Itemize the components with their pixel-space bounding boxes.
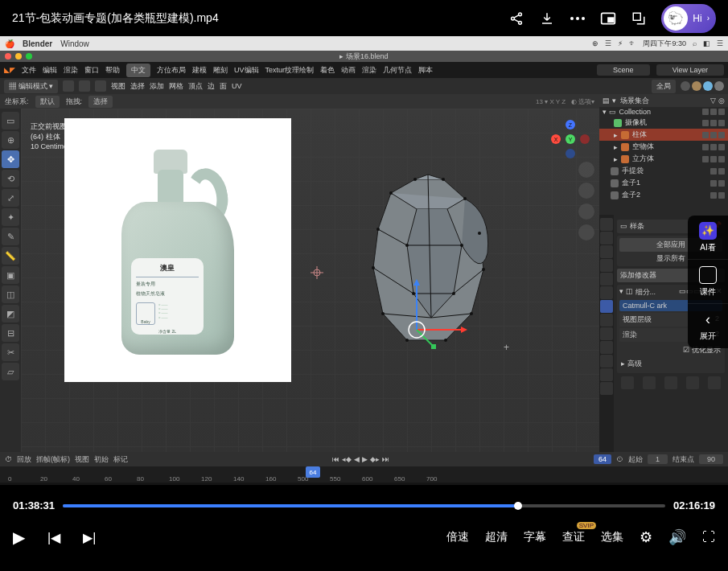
tray-icon[interactable]: ◧ (703, 39, 710, 47)
vh-menu[interactable]: 边 (208, 81, 215, 92)
outliner-collection[interactable]: ▾ ▭Collection (599, 107, 728, 117)
wifi-icon[interactable]: ᯤ (629, 39, 636, 47)
tool-poly-icon[interactable]: ▱ (2, 363, 19, 380)
prop-tab-view-icon[interactable] (600, 245, 613, 258)
topbar-menu[interactable]: 编辑 (43, 65, 57, 76)
play-forward-icon[interactable]: ▶ (362, 455, 368, 463)
window-mode-icon[interactable] (631, 10, 647, 27)
float-ai-watch[interactable]: ✨AI看 (688, 216, 728, 260)
jump-start-icon[interactable]: ⏮ (332, 455, 339, 463)
prop-tab-object-icon[interactable] (600, 286, 613, 299)
tray-icon[interactable]: ⊕ (592, 39, 598, 47)
shade-wire-icon[interactable] (681, 81, 690, 91)
vh-menu[interactable]: 面 (220, 81, 227, 92)
volume-icon[interactable]: 🔊 (668, 528, 686, 546)
orient-value[interactable]: 默认 (35, 96, 60, 108)
select-mode-vertex[interactable] (63, 80, 74, 92)
end-frame[interactable]: 90 (699, 454, 723, 464)
more-icon[interactable] (570, 10, 586, 27)
float-expand[interactable]: ‹展开 (688, 304, 728, 348)
mac-menu-window[interactable]: Window (60, 39, 89, 48)
prop-tab-texture-icon[interactable] (600, 382, 613, 395)
tool-extrude-icon[interactable]: ▣ (2, 266, 19, 284)
tray-icon[interactable]: ⌕ (693, 39, 697, 47)
check-button[interactable]: 查证SVIP (562, 530, 585, 544)
tool-annotate-icon[interactable]: ✎ (2, 228, 19, 245)
prop-tab-particles-icon[interactable] (600, 314, 613, 327)
user-avatar-badge[interactable]: 🐑 Hi › (661, 4, 716, 33)
zoom-icon[interactable] (578, 162, 594, 178)
tl-menu[interactable]: 抓帧(帧标) (36, 454, 70, 465)
viewlayer-selector[interactable]: View Layer (656, 64, 724, 76)
workspace-tab[interactable]: 建模 (192, 65, 207, 76)
nav-gizmo[interactable]: Z X Y (553, 121, 588, 157)
maximize-window-icon[interactable] (26, 53, 32, 60)
keyframe-prev-icon[interactable]: ◂◆ (342, 455, 352, 463)
jump-end-icon[interactable]: ⏭ (382, 455, 389, 463)
tool-move-icon[interactable]: ✥ (2, 150, 19, 168)
outliner-item[interactable]: 盒子2 (599, 189, 728, 201)
outliner-item[interactable]: ▸空物体 (599, 141, 728, 153)
tool-knife-icon[interactable]: ✂ (2, 343, 19, 361)
prop-tab-modifier-icon[interactable] (600, 300, 613, 313)
workspace-tab[interactable]: 动画 (341, 65, 356, 76)
quality-button[interactable]: 超清 (485, 530, 508, 544)
drag-value[interactable]: 选择 (88, 96, 113, 108)
lang-selector[interactable]: 中文 (126, 64, 150, 77)
tool-rotate-icon[interactable]: ⟲ (2, 170, 19, 187)
episodes-button[interactable]: 选集 (601, 530, 623, 544)
tool-cursor-icon[interactable]: ⊕ (2, 131, 19, 149)
tool-select-icon[interactable]: ▭ (2, 112, 19, 129)
outliner-item[interactable]: ▸立方体 (599, 153, 728, 165)
prop-tab-render-icon[interactable] (600, 218, 613, 231)
download-icon[interactable] (539, 10, 555, 27)
camera-view-icon[interactable] (578, 203, 594, 220)
tl-menu[interactable]: 标记 (113, 454, 128, 465)
topbar-menu[interactable]: 渲染 (64, 65, 78, 76)
minimize-window-icon[interactable] (15, 53, 22, 60)
settings-icon[interactable]: ⚙ (640, 528, 652, 546)
prop-tab-material-icon[interactable] (600, 368, 613, 381)
timeline-ruler[interactable]: 64 020406080100120140160500550600650700 (0, 466, 728, 483)
outliner-item-selected[interactable]: ▸柱体 (599, 129, 728, 141)
outliner-item[interactable]: 手提袋 (599, 165, 728, 177)
prop-tab-physics-icon[interactable] (600, 327, 613, 340)
workspace-tab[interactable]: 着色 (320, 65, 335, 76)
scene-selector[interactable]: Scene (597, 64, 650, 76)
tl-menu[interactable]: 初始 (94, 454, 109, 465)
pan-icon[interactable] (578, 183, 594, 199)
next-track-icon[interactable]: ▶| (83, 530, 96, 545)
mac-app-name[interactable]: Blender (23, 39, 52, 48)
topbar-menu[interactable]: 窗口 (84, 65, 99, 76)
close-window-icon[interactable] (5, 53, 11, 60)
vh-menu[interactable]: 添加 (150, 81, 164, 92)
select-mode-edge[interactable] (79, 80, 90, 92)
vh-menu[interactable]: UV (232, 82, 242, 90)
prop-tab-scene-icon[interactable] (600, 259, 613, 272)
keyframe-next-icon[interactable]: ◆▸ (370, 455, 380, 463)
share-icon[interactable] (508, 10, 524, 27)
select-mode-face[interactable] (95, 80, 106, 92)
workspace-tab[interactable]: 渲染 (362, 65, 376, 76)
tray-icon[interactable]: ☰ (717, 39, 723, 47)
float-courseware[interactable]: 课件 (688, 260, 728, 304)
tool-measure-icon[interactable]: 📏 (2, 247, 19, 265)
workspace-tab[interactable]: 脚本 (418, 65, 433, 76)
playhead[interactable]: 64 (306, 466, 320, 478)
workspace-tab[interactable]: 雕刻 (213, 65, 228, 76)
prev-track-icon[interactable]: |◀ (47, 530, 60, 545)
tool-loopcut-icon[interactable]: ⊟ (2, 324, 19, 342)
vh-menu[interactable]: 顶点 (188, 81, 203, 92)
3d-viewport[interactable]: 正交前视图 (64) 柱体 10 Centimeters 澳皇 (21, 109, 599, 452)
mode-selector[interactable]: ▦ 编辑模式 ▾ (4, 80, 58, 93)
tool-bevel-icon[interactable]: ◩ (2, 305, 19, 322)
play-reverse-icon[interactable]: ◀ (354, 455, 360, 463)
current-frame[interactable]: 64 (594, 454, 611, 464)
seek-knob[interactable] (514, 502, 522, 510)
prop-tab-data-icon[interactable] (600, 355, 613, 368)
tool-scale-icon[interactable]: ⤢ (2, 189, 19, 207)
start-frame[interactable]: 1 (648, 454, 668, 464)
prop-tab-constraint-icon[interactable] (600, 341, 613, 354)
tool-transform-icon[interactable]: ✦ (2, 208, 19, 226)
topbar-menu[interactable]: 帮助 (105, 65, 120, 76)
